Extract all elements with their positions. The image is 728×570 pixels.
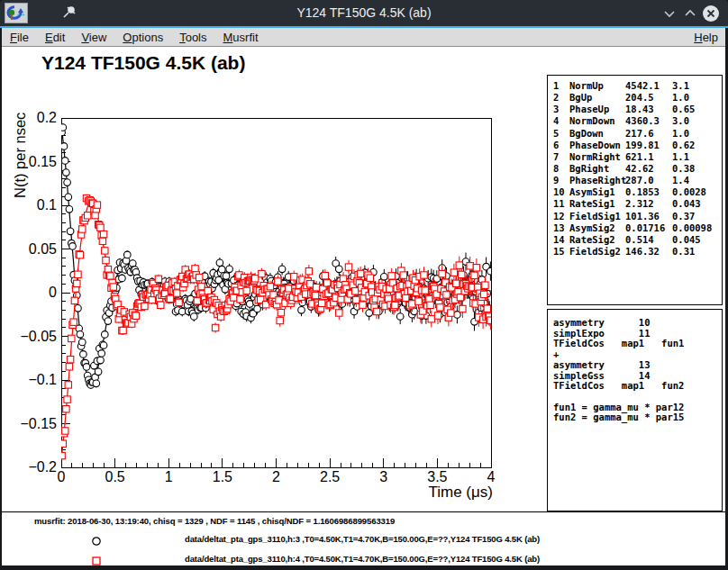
titlebar[interactable]: ++ Y124 TF150G 4.5K (ab): [0, 0, 728, 26]
y-tick-label: 0.2: [37, 110, 57, 125]
param-error: 1.0: [672, 128, 689, 139]
x-tick-label: 2.5: [320, 469, 340, 484]
param-value: 146.32: [625, 246, 660, 257]
legend-circle-marker-icon: [91, 534, 102, 550]
param-error: 0.0028: [672, 186, 706, 197]
data-markers: [59, 124, 494, 389]
fit-status-line: musrfit: 2018-06-30, 13:19:40, chisq = 1…: [34, 516, 395, 526]
param-name: BgUp: [569, 92, 592, 103]
param-name: NormRight: [569, 151, 621, 162]
param-error: 0.65: [672, 104, 695, 114]
param-row: 13AsymSig20.017160.00098: [548, 222, 722, 234]
param-name: BgRight: [569, 163, 609, 174]
menubar: FileEditViewOptionsToolsMusrfitHelp: [2, 28, 725, 47]
param-error: 0.31: [672, 246, 695, 257]
param-name: FieldSig2: [569, 246, 621, 257]
param-value: 287.0: [625, 175, 654, 185]
param-index: 3: [553, 104, 559, 114]
data-markers: [59, 195, 494, 458]
param-index: 2: [553, 92, 559, 103]
y-tick-label: −0.15: [21, 416, 58, 431]
x-axis-title: Time (μs): [429, 484, 494, 501]
param-name: AsymSig2: [569, 222, 615, 233]
param-row: 14RateSig20.5140.045: [548, 234, 722, 246]
x-tick-label: 2: [272, 469, 280, 484]
param-error: 0.045: [672, 234, 701, 245]
param-value: 18.43: [625, 104, 654, 114]
maximize-button[interactable]: [680, 4, 700, 23]
root-canvas[interactable]: Y124 TF150G 4.5K (ab)00.511.522.533.540.…: [2, 47, 725, 565]
y-tick-label: −0.2: [28, 459, 57, 475]
legend-square-marker-icon: [91, 554, 102, 565]
param-value: 4360.3: [625, 115, 660, 126]
param-error: 0.043: [672, 198, 701, 209]
param-error: 0.37: [672, 211, 695, 222]
x-tick-label: 4: [487, 469, 496, 484]
pin-icon[interactable]: [61, 5, 77, 21]
param-value: 621.1: [625, 151, 654, 162]
param-name: NormUp: [569, 80, 604, 91]
legend-entry-1: data/deltat_pta_gps_3110,h:3 ,T0=4.50K,T…: [2, 533, 725, 546]
menu-tools[interactable]: Tools: [171, 29, 214, 46]
footer-separator: [2, 511, 725, 512]
param-value: 204.5: [625, 92, 654, 103]
param-row: 5BgDown217.61.0: [548, 128, 722, 140]
x-tick-label: 1.5: [213, 469, 232, 484]
close-button[interactable]: [701, 4, 721, 23]
y-tick-label: −0.1: [28, 372, 57, 387]
param-error: 0.00098: [672, 222, 712, 233]
param-name: PhaseRight: [569, 175, 626, 185]
param-row: 10AsymSig10.18530.0028: [548, 186, 722, 198]
y-tick-label: 0: [49, 285, 57, 300]
x-tick-label: 1: [165, 469, 173, 484]
menu-options[interactable]: Options: [114, 29, 171, 46]
plot-area[interactable]: Y124 TF150G 4.5K (ab)00.511.522.533.540.…: [2, 47, 542, 511]
param-value: 0.01716: [625, 222, 665, 233]
param-index: 10: [553, 186, 565, 197]
param-index: 5: [553, 128, 559, 139]
window-title: Y124 TF150G 4.5K (ab): [108, 0, 620, 26]
param-index: 11: [553, 198, 565, 209]
param-row: 12FieldSig1101.360.37: [548, 211, 722, 222]
menu-edit[interactable]: Edit: [37, 29, 73, 46]
y-tick-label: 0.1: [37, 197, 57, 213]
param-row: 11RateSig12.3120.043: [548, 198, 722, 210]
plot-title: Y124 TF150G 4.5K (ab): [41, 52, 245, 73]
svg-text:++: ++: [16, 11, 25, 17]
param-value: 0.514: [625, 234, 654, 245]
param-index: 15: [553, 246, 565, 257]
param-index: 4: [553, 115, 559, 126]
param-row: 9PhaseRight287.01.4: [548, 175, 722, 186]
param-name: FieldSig1: [569, 211, 621, 222]
param-value: 42.62: [625, 163, 654, 174]
param-error: 0.38: [672, 163, 695, 174]
param-error: 0.62: [672, 140, 695, 150]
param-index: 9: [553, 175, 559, 185]
param-row: 7NormRight621.11.1: [548, 151, 722, 163]
param-name: PhaseDown: [569, 140, 621, 150]
param-value: 0.1853: [625, 186, 660, 197]
series-h4: [59, 195, 494, 459]
menu-musrfit[interactable]: Musrfit: [215, 29, 267, 46]
param-row: 15FieldSig2146.320.31: [548, 246, 722, 258]
legend-label: data/deltat_pta_gps_3110,h:3 ,T0=4.50K,T…: [185, 534, 540, 544]
param-index: 14: [553, 234, 565, 245]
x-tick-label: 3: [379, 469, 387, 484]
minimize-button[interactable]: [660, 4, 679, 23]
legend-entry-2: data/deltat_pta_gps_3110,h:4 ,T0=4.50K,T…: [2, 553, 725, 565]
param-error: 1.1: [672, 151, 689, 162]
musrview-window: ++ Y124 TF150G 4.5K (ab): [0, 0, 728, 570]
legend-label: data/deltat_pta_gps_3110,h:4 ,T0=4.50K,T…: [185, 554, 540, 564]
param-row: 3PhaseUp18.430.65: [548, 104, 722, 115]
root-app-icon: ++: [5, 3, 28, 23]
param-index: 7: [553, 151, 559, 162]
y-tick-label: −0.05: [21, 329, 58, 344]
theory-box: asymmetry 10 simplExpo 11 TFieldCos map1…: [547, 309, 723, 511]
menu-view[interactable]: View: [73, 29, 114, 46]
theory-text: asymmetry 10 simplExpo 11 TFieldCos map1…: [553, 318, 722, 423]
menu-help[interactable]: Help: [687, 29, 725, 46]
menu-file[interactable]: File: [2, 29, 37, 46]
param-index: 12: [553, 211, 565, 222]
y-tick-label: 0.15: [29, 154, 57, 169]
param-row: 2BgUp204.51.0: [548, 92, 722, 104]
